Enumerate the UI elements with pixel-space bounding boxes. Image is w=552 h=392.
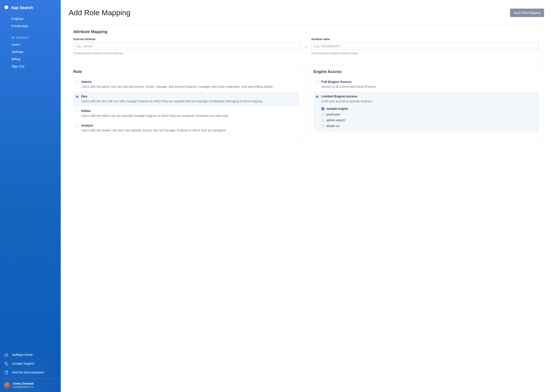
engine-access-option-limited[interactable]: Limited Engine AccessLimit user access t…: [313, 92, 540, 131]
engine-list: sample-engineprod-westadmin-searchelasti…: [321, 106, 537, 129]
engine-access-option-desc: Limit user access to specific engines:: [321, 99, 537, 104]
role-option-desc: Users with the admin role can edit docum…: [81, 84, 297, 89]
role-option-desc: Users with the dev role can fully manage…: [81, 99, 297, 104]
attribute-mapping-card: Attribute Mapping External Attribute Som…: [69, 25, 544, 60]
engine-name: admin-search: [327, 118, 345, 122]
external-attribute-label: External Attribute: [73, 38, 301, 41]
avatar: [4, 382, 10, 388]
role-title: Role: [73, 70, 299, 74]
chat-icon: [4, 362, 9, 365]
user-email: casey@elastic.co: [13, 385, 34, 388]
link-documentation[interactable]: Visit the Documentation: [0, 368, 61, 377]
nav-credentials[interactable]: Credentials: [0, 22, 61, 29]
role-option-dev[interactable]: DevUsers with the dev role can fully man…: [73, 92, 299, 106]
checkbox-icon: [321, 125, 324, 127]
external-attribute-input[interactable]: [73, 42, 301, 50]
link-swiftype-home[interactable]: Swiftype Home: [0, 350, 61, 359]
radio-icon: [75, 80, 79, 84]
attribute-value-hint: Something that explains attribute values: [311, 52, 539, 55]
nav-users[interactable]: Users: [0, 41, 61, 48]
role-option-title: Analyst: [81, 123, 297, 127]
equals-sign: =: [305, 43, 307, 49]
engine-checkbox-elastic-co[interactable]: elastic-co: [321, 123, 537, 129]
radio-icon: [75, 124, 79, 127]
nav-sign-out[interactable]: Sign Out: [0, 63, 61, 70]
engine-name: elastic-co: [327, 124, 340, 128]
brand-name: App Search: [11, 6, 33, 10]
attribute-value-label: Attribute Value: [311, 38, 539, 41]
role-card: Role AdminUsers with the admin role can …: [69, 65, 304, 140]
save-role-mapping-button[interactable]: Save Role Mapping: [510, 9, 544, 17]
attribute-value-input[interactable]: [311, 42, 539, 50]
external-attribute-hint: Something that explains external attribu…: [73, 52, 301, 55]
attribute-mapping-title: Attribute Mapping: [73, 29, 539, 34]
radio-icon: [316, 80, 319, 84]
engine-checkbox-sample-engine[interactable]: sample-engine: [321, 106, 537, 112]
page-header: Add Role Mapping Save Role Mapping: [69, 8, 544, 17]
engine-access-title: Engine Access: [313, 70, 540, 74]
home-icon: [4, 353, 9, 357]
nav-engines[interactable]: Engines: [0, 15, 61, 22]
engine-access-option-full[interactable]: Full Engine AccessAccess to all current …: [313, 77, 540, 92]
engine-access-option-title: Limited Engine Access: [321, 94, 537, 98]
primary-nav: Engines Credentials: [0, 15, 61, 31]
nav-billing[interactable]: Billing: [0, 55, 61, 63]
radio-icon: [75, 110, 79, 113]
nav-section-header: MY ACCOUNT: [0, 31, 61, 41]
checkbox-icon: [321, 107, 324, 110]
radio-icon: [316, 95, 319, 98]
role-option-title: Admin: [81, 80, 297, 84]
checkbox-icon: [321, 119, 324, 122]
engine-access-option-desc: Access to all current and future Engines…: [321, 84, 537, 89]
link-contact-support[interactable]: Contact Support: [0, 359, 61, 368]
document-icon: [4, 370, 9, 374]
engine-checkbox-prod-west[interactable]: prod-west: [321, 112, 537, 117]
sidebar-bottom-links: Swiftype Home Contact Support Visit the …: [0, 349, 61, 378]
app-search-logo-icon: [4, 5, 9, 11]
engine-access-card: Engine Access Full Engine AccessAccess t…: [309, 65, 544, 140]
role-option-desc: Users with the viewer role have can part…: [81, 128, 297, 133]
account-nav: Users Settings Billing Sign Out: [0, 41, 61, 72]
role-option-desc: Users with the editor role can partially…: [81, 113, 297, 118]
role-option-analyst[interactable]: AnalystUsers with the viewer role have c…: [73, 121, 299, 135]
nav-settings[interactable]: Settings: [0, 48, 61, 55]
engine-access-option-title: Full Engine Access: [321, 80, 537, 84]
user-profile[interactable]: Casey Zumwalt casey@elastic.co: [0, 378, 61, 392]
role-option-admin[interactable]: AdminUsers with the admin role can edit …: [73, 77, 299, 92]
radio-icon: [75, 95, 79, 98]
checkbox-icon: [321, 113, 324, 116]
page-title: Add Role Mapping: [69, 8, 131, 17]
engine-name: sample-engine: [327, 107, 348, 111]
role-option-title: Dev: [81, 94, 297, 98]
main-content: Add Role Mapping Save Role Mapping Attri…: [61, 0, 552, 392]
sidebar: App Search Engines Credentials MY ACCOUN…: [0, 0, 61, 392]
role-option-editor[interactable]: EditorUsers with the editor role can par…: [73, 106, 299, 121]
brand-logo[interactable]: App Search: [0, 4, 61, 15]
engine-name: prod-west: [327, 113, 340, 116]
user-name: Casey Zumwalt: [13, 382, 34, 385]
engine-checkbox-admin-search[interactable]: admin-search: [321, 117, 537, 123]
role-option-title: Editor: [81, 109, 297, 113]
